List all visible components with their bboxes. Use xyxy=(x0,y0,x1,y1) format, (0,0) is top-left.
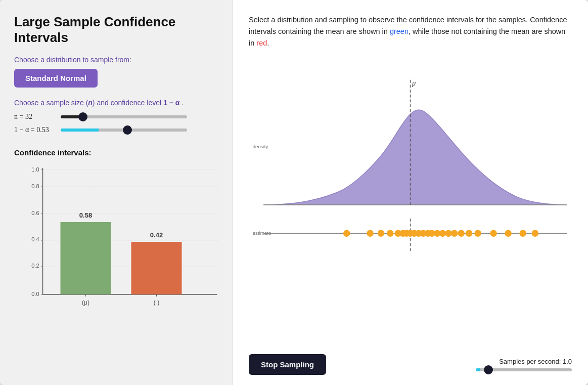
app-container: Large Sample Confidence Intervals Choose… xyxy=(0,0,588,385)
bar-contains-mean xyxy=(61,222,111,294)
dot-20 xyxy=(474,230,481,237)
description: Select a distribution and sampling to ob… xyxy=(249,14,572,50)
bottom-controls: Stop Sampling Samples per second: 1.0 xyxy=(249,354,572,375)
dot-3 xyxy=(378,230,385,237)
bar-chart: 0.0 0.2 0.4 0.6 0.8 1.0 xyxy=(14,163,218,315)
app-title: Large Sample Confidence Intervals xyxy=(14,14,218,46)
n-slider[interactable] xyxy=(61,115,187,118)
left-panel: Large Sample Confidence Intervals Choose… xyxy=(0,0,233,385)
bar2-value-label: 0.42 xyxy=(150,231,163,239)
dot-4 xyxy=(387,230,394,237)
bar2-axis-label: ( ) xyxy=(154,299,159,306)
n-value-label: n = 32 xyxy=(14,113,56,121)
dot-21 xyxy=(490,230,497,237)
dot-18 xyxy=(458,230,465,237)
red-text: red xyxy=(256,39,267,47)
dot-23 xyxy=(519,230,526,237)
mu-label: μ xyxy=(412,80,416,87)
svg-text:0.2: 0.2 xyxy=(31,263,39,269)
svg-text:0.6: 0.6 xyxy=(31,210,39,216)
samples-per-sec-label: Samples per second: 1.0 xyxy=(499,358,572,365)
samples-per-sec-slider[interactable] xyxy=(476,368,572,371)
dist-section-label: Choose a distribution to sample from: xyxy=(14,56,218,64)
alpha-slider[interactable] xyxy=(61,129,187,132)
dot-19 xyxy=(466,230,473,237)
samples-per-sec-control: Samples per second: 1.0 xyxy=(476,358,572,371)
green-text: green xyxy=(390,27,409,35)
svg-text:0.0: 0.0 xyxy=(31,291,39,297)
svg-text:0.4: 0.4 xyxy=(31,236,39,242)
alpha-value-label: 1 − α = 0.53 xyxy=(14,126,56,134)
distribution-chart: density μ xyxy=(249,58,572,220)
param-label: Choose a sample size (n) and confidence … xyxy=(14,99,218,107)
stop-sampling-button[interactable]: Stop Sampling xyxy=(249,354,326,375)
ci-title: Confidence intervals: xyxy=(14,148,218,157)
dot-2 xyxy=(367,230,374,237)
distribution-button[interactable]: Standard Normal xyxy=(14,69,98,88)
bar-not-contains-mean xyxy=(131,242,182,294)
density-label: density xyxy=(253,144,268,149)
dot-22 xyxy=(505,230,512,237)
dot-chart: estimate xyxy=(249,216,572,256)
dot-16 xyxy=(445,230,452,237)
alpha-slider-row: 1 − α = 0.53 xyxy=(14,126,218,134)
viz-area: density μ estimate xyxy=(249,58,572,346)
distribution-curve xyxy=(263,110,567,204)
dot-1 xyxy=(343,230,350,237)
bar-chart-area: 0.0 0.2 0.4 0.6 0.8 1.0 xyxy=(14,163,218,375)
dot-17 xyxy=(451,230,458,237)
n-slider-row: n = 32 xyxy=(14,113,218,121)
dot-24 xyxy=(532,230,539,237)
bar1-value-label: 0.58 xyxy=(79,211,92,219)
bar1-axis-label: (μ) xyxy=(82,299,89,306)
svg-text:0.8: 0.8 xyxy=(31,183,39,189)
svg-text:1.0: 1.0 xyxy=(31,166,39,173)
right-panel: Select a distribution and sampling to ob… xyxy=(233,0,588,385)
dot-15 xyxy=(439,230,446,237)
